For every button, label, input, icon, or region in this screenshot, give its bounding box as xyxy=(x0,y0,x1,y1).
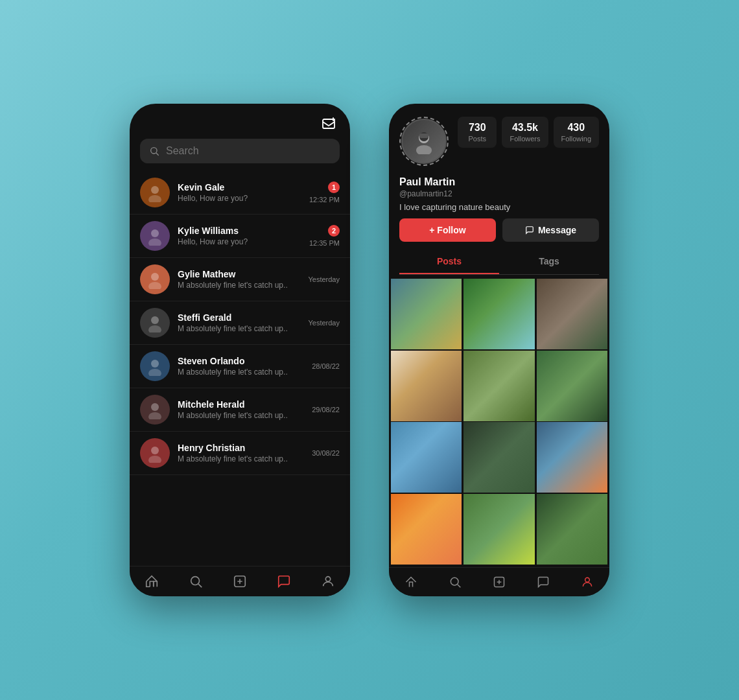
contact-preview: M absolutely fine let's catch up.. xyxy=(178,324,308,333)
photo-cell[interactable] xyxy=(391,494,462,565)
search-bar[interactable] xyxy=(140,139,340,163)
contact-time: Yesterday xyxy=(308,275,340,283)
contact-meta: Yesterday xyxy=(308,319,340,327)
svg-point-24 xyxy=(416,145,432,154)
contact-meta: Yesterday xyxy=(308,275,340,283)
contact-name: Gylie Mathew xyxy=(178,269,308,279)
contact-preview: Hello, How are you? xyxy=(178,194,309,203)
svg-point-15 xyxy=(151,447,159,454)
nav-home-icon[interactable] xyxy=(145,574,159,589)
tab-tags[interactable]: Tags xyxy=(499,250,599,274)
contact-name: Kylie Williams xyxy=(178,226,309,236)
contact-info: Kevin Gale Hello, How are you? xyxy=(178,182,309,203)
contact-avatar xyxy=(140,178,170,207)
svg-point-3 xyxy=(151,186,159,194)
svg-point-11 xyxy=(151,360,159,368)
svg-point-4 xyxy=(148,195,161,202)
contact-list: Kevin Gale Hello, How are you? 1 12:32 P… xyxy=(130,171,350,534)
nav-chat-icon-right[interactable] xyxy=(537,576,550,589)
messages-phone: Kevin Gale Hello, How are you? 1 12:32 P… xyxy=(130,104,350,596)
tab-posts[interactable]: Posts xyxy=(399,250,499,274)
photo-image xyxy=(537,422,607,493)
compose-icon[interactable] xyxy=(322,117,337,132)
profile-tabs: Posts Tags xyxy=(399,250,599,275)
contact-preview: Hello, How are you? xyxy=(178,237,309,246)
contact-meta: 30/08/22 xyxy=(312,449,340,457)
nav-search-icon[interactable] xyxy=(189,574,203,589)
svg-point-7 xyxy=(151,273,159,281)
message-button[interactable]: Message xyxy=(502,218,599,242)
photo-cell[interactable] xyxy=(537,422,607,493)
contact-item[interactable]: Mitchele Herald M absolutely fine let's … xyxy=(130,388,350,432)
contact-avatar xyxy=(140,264,170,294)
photo-image xyxy=(537,279,607,349)
follow-button[interactable]: + Follow xyxy=(399,218,496,242)
contact-meta: 28/08/22 xyxy=(312,362,340,370)
photo-image xyxy=(463,422,534,493)
badge: 2 xyxy=(328,225,340,237)
contact-name: Steven Orlando xyxy=(178,356,312,366)
nav-home-icon-right[interactable] xyxy=(405,576,417,589)
profile-stats: 730 Posts 43.5k Followers 430 Following xyxy=(458,117,599,148)
svg-point-14 xyxy=(148,412,161,419)
profile-bio: I love capturing nature beauty xyxy=(399,202,599,212)
svg-rect-26 xyxy=(419,134,428,138)
photo-image xyxy=(463,494,534,565)
contact-item[interactable]: Steven Orlando M absolutely fine let's c… xyxy=(130,345,350,388)
contact-item[interactable]: Kevin Gale Hello, How are you? 1 12:32 P… xyxy=(130,171,350,215)
search-input[interactable] xyxy=(166,145,331,157)
photo-cell[interactable] xyxy=(537,351,607,421)
badge: 1 xyxy=(328,181,340,193)
photo-cell[interactable] xyxy=(463,279,534,349)
svg-line-28 xyxy=(458,585,461,588)
photo-cell[interactable] xyxy=(537,494,607,565)
contact-time: 28/08/22 xyxy=(312,362,340,370)
followers-label: Followers xyxy=(510,135,540,143)
photo-cell[interactable] xyxy=(537,279,607,349)
contact-item[interactable]: Gylie Mathew M absolutely fine let's cat… xyxy=(130,258,350,301)
svg-line-2 xyxy=(156,153,159,156)
nav-chat-icon[interactable] xyxy=(277,574,291,589)
contact-avatar xyxy=(140,438,170,468)
photo-image xyxy=(391,279,462,349)
photo-image xyxy=(463,351,534,421)
photo-cell[interactable] xyxy=(391,422,462,493)
contact-item[interactable]: Steffi Gerald M absolutely fine let's ca… xyxy=(130,301,350,345)
nav-add-icon-right[interactable] xyxy=(493,576,506,589)
bottom-nav-left xyxy=(130,566,350,596)
profile-phone: 730 Posts 43.5k Followers 430 Following … xyxy=(389,104,609,596)
nav-search-icon-right[interactable] xyxy=(449,576,462,589)
svg-point-8 xyxy=(148,282,161,289)
photo-grid xyxy=(389,275,609,567)
contact-preview: M absolutely fine let's catch up.. xyxy=(178,368,312,377)
contact-item[interactable]: Kylie Williams Hello, How are you? 2 12:… xyxy=(130,215,350,258)
photo-cell[interactable] xyxy=(463,422,534,493)
photo-cell[interactable] xyxy=(463,351,534,421)
contact-meta: 2 12:35 PM xyxy=(309,225,340,247)
contact-time: Yesterday xyxy=(308,319,340,327)
messages-header xyxy=(130,104,350,139)
contact-avatar xyxy=(140,308,170,338)
contact-name: Steffi Gerald xyxy=(178,312,308,323)
search-icon xyxy=(149,146,159,156)
contact-avatar xyxy=(140,351,170,381)
profile-header: 730 Posts 43.5k Followers 430 Following xyxy=(389,104,609,174)
contact-item[interactable]: Henry Christian M absolutely fine let's … xyxy=(130,432,350,475)
svg-point-27 xyxy=(451,578,458,585)
nav-add-icon[interactable] xyxy=(233,574,247,589)
profile-actions: + Follow Message xyxy=(389,218,609,250)
photo-cell[interactable] xyxy=(463,494,534,565)
photo-cell[interactable] xyxy=(391,279,462,349)
stat-following: 430 Following xyxy=(554,117,599,148)
photo-cell[interactable] xyxy=(391,351,462,421)
nav-profile-icon[interactable] xyxy=(321,574,335,589)
contact-avatar xyxy=(140,221,170,251)
bottom-nav-right xyxy=(389,567,609,596)
posts-count: 730 xyxy=(465,122,489,134)
avatar-border xyxy=(399,117,449,166)
svg-point-12 xyxy=(148,369,161,376)
nav-profile-icon-right[interactable] xyxy=(581,576,594,589)
avatar xyxy=(401,119,447,164)
following-label: Following xyxy=(561,135,591,143)
profile-info: Paul Martin @paulmartin12 I love capturi… xyxy=(389,174,609,218)
